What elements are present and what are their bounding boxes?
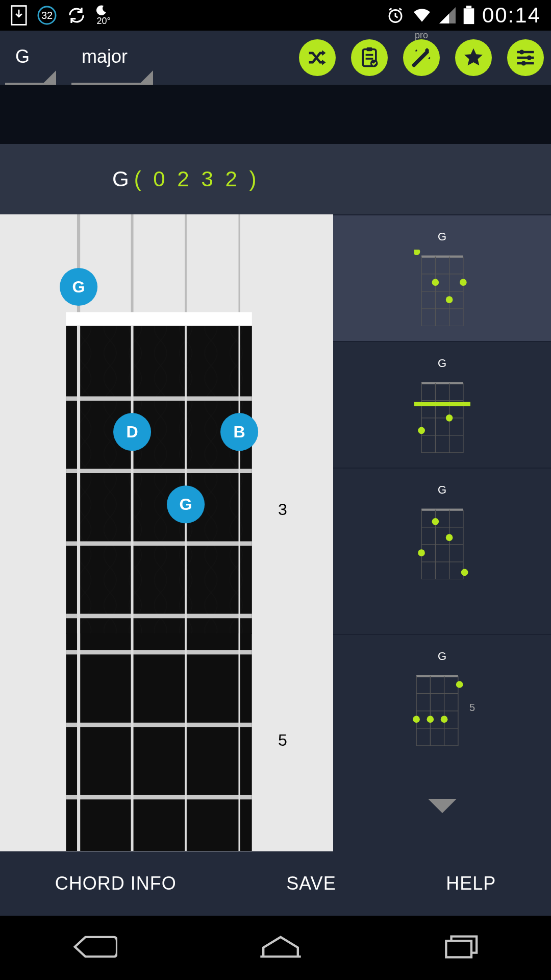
help-button[interactable]: HELP [436, 873, 506, 894]
finger-dot-D: D [113, 413, 151, 451]
status-bar: 32 20° 00:14 [0, 0, 551, 31]
svg-rect-3 [464, 8, 474, 24]
sliders-icon [514, 46, 537, 69]
fretboard-svg-cont [60, 633, 274, 851]
svg-rect-4 [466, 6, 471, 8]
chord-tab-label: ( 0 2 3 2 ) [134, 167, 260, 191]
variations-column: G G [333, 144, 551, 634]
wand-icon [410, 46, 433, 69]
badge-icon: 32 [37, 5, 57, 26]
svg-point-8 [519, 50, 524, 54]
svg-text:D: D [126, 423, 138, 441]
svg-point-10 [521, 61, 526, 65]
magic-button[interactable]: pro [403, 39, 440, 76]
chord-root-label: G [112, 167, 129, 191]
dark-strip [0, 85, 551, 144]
svg-point-96 [441, 716, 448, 723]
wifi-icon [412, 7, 432, 23]
diagram-column: G ( 0 2 3 2 ) [0, 144, 333, 634]
variation-4-diagram [409, 669, 465, 746]
clipboard-check-icon [358, 46, 381, 69]
weather-icon: 20° [96, 5, 111, 27]
svg-point-73 [445, 534, 453, 541]
shuffle-button[interactable] [299, 39, 336, 76]
variation-4-fret: 5 [469, 702, 475, 714]
finger-dot-B: B [220, 413, 258, 451]
fretboard[interactable]: G D B G 3 [0, 214, 333, 634]
clock: 00:14 [482, 3, 541, 28]
chord-info-button[interactable]: CHORD INFO [45, 873, 187, 894]
main: G ( 0 2 3 2 ) [0, 144, 551, 634]
svg-point-62 [418, 427, 425, 434]
alarm-icon [386, 6, 405, 24]
badge-value: 32 [37, 5, 57, 26]
svg-text:G: G [179, 495, 192, 513]
svg-rect-98 [446, 941, 471, 957]
sync-icon [66, 5, 87, 26]
battery-icon [463, 6, 475, 25]
svg-rect-76 [66, 633, 252, 851]
temp-value: 20° [96, 16, 110, 27]
finger-dot-G3: G [167, 485, 205, 523]
more-variations-button[interactable] [333, 761, 551, 851]
home-button[interactable] [260, 934, 301, 962]
variation-2-label: G [438, 357, 446, 370]
svg-point-93 [456, 681, 463, 688]
shuffle-icon [306, 46, 329, 69]
svg-point-48 [432, 279, 439, 286]
chevron-down-icon [428, 799, 457, 813]
svg-point-50 [445, 296, 453, 303]
svg-text:G: G [72, 278, 85, 296]
back-button[interactable] [71, 934, 117, 962]
root-selector-value: G [15, 46, 30, 67]
checklist-button[interactable] [351, 39, 388, 76]
variations-fill: G 5 [333, 634, 551, 851]
fret-label-3: 3 [278, 500, 287, 519]
android-nav-bar [0, 916, 551, 980]
recent-icon [444, 934, 480, 960]
download-icon [10, 5, 28, 26]
svg-point-47 [414, 250, 420, 255]
toolbar: G major pro [0, 31, 551, 85]
status-right: 00:14 [386, 3, 541, 28]
variation-4[interactable]: G 5 [333, 634, 551, 761]
signal-icon [439, 7, 456, 23]
status-left: 32 20° [10, 5, 111, 27]
svg-point-74 [418, 549, 425, 556]
svg-rect-17 [66, 326, 252, 634]
home-icon [260, 934, 301, 960]
variation-2[interactable]: G [333, 341, 551, 468]
svg-point-72 [432, 518, 439, 525]
recent-button[interactable] [444, 934, 480, 962]
svg-rect-15 [66, 312, 252, 326]
variation-3-label: G [438, 483, 446, 497]
svg-point-61 [445, 414, 453, 422]
quality-selector[interactable]: major [71, 31, 153, 85]
root-selector[interactable]: G [5, 31, 56, 85]
save-button[interactable]: SAVE [276, 873, 346, 894]
variation-3-diagram [414, 503, 470, 579]
svg-point-75 [461, 569, 468, 576]
variations-header-spacer [333, 144, 551, 214]
quality-selector-value: major [82, 46, 128, 67]
fret-label-5: 5 [278, 731, 287, 750]
variation-1-label: G [438, 230, 446, 243]
bottom-bar: CHORD INFO SAVE HELP [0, 851, 551, 916]
back-icon [71, 934, 117, 960]
pro-label: pro [415, 30, 428, 41]
variation-1-diagram [414, 250, 470, 326]
svg-point-49 [460, 279, 467, 286]
finger-dot-open-G: G [60, 268, 97, 306]
svg-point-9 [527, 55, 532, 60]
svg-point-95 [427, 716, 434, 723]
variation-3[interactable]: G [333, 468, 551, 594]
variation-1[interactable]: G [333, 214, 551, 341]
favorite-button[interactable] [455, 39, 492, 76]
settings-button[interactable] [507, 39, 544, 76]
fill-wrap: 5 G 5 [0, 634, 551, 851]
svg-rect-6 [367, 47, 372, 51]
svg-point-94 [413, 716, 420, 723]
variation-4-label: G [438, 650, 446, 663]
variation-2-diagram [414, 376, 470, 453]
star-icon [462, 46, 485, 69]
